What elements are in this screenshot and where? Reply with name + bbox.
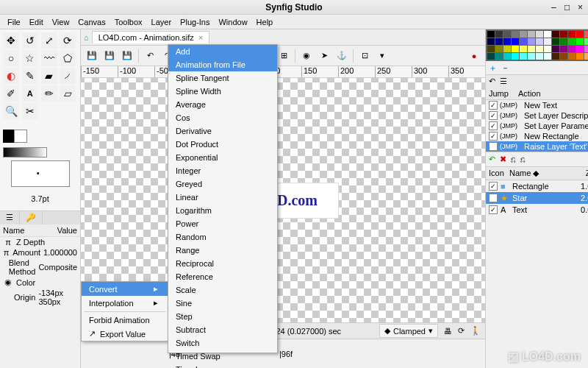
- text-tool[interactable]: A: [22, 85, 38, 102]
- remove-color-icon[interactable]: －: [501, 63, 509, 74]
- palette-cell[interactable]: [503, 31, 511, 38]
- palette-cell[interactable]: [552, 38, 559, 45]
- ctx-item[interactable]: Reference: [168, 270, 277, 283]
- ctx-item[interactable]: Time Loop: [168, 363, 277, 368]
- cutout-tool[interactable]: ✂: [22, 103, 38, 119]
- ctx-item[interactable]: Power: [168, 217, 277, 230]
- palette-cell[interactable]: [568, 31, 576, 38]
- palette-cell[interactable]: [552, 46, 559, 52]
- ctx-item[interactable]: Convert: [82, 282, 168, 296]
- history-row[interactable]: ✓(JMP)Set Layer Parameter (Text):Origin: [486, 121, 588, 131]
- ctx-item[interactable]: Random: [168, 230, 277, 244]
- ctx-item[interactable]: ↗Export Value: [82, 327, 168, 341]
- palette-cell[interactable]: [576, 46, 584, 52]
- palette-cell[interactable]: [528, 46, 535, 52]
- menu-canvas[interactable]: Canvas: [74, 16, 110, 28]
- palette-cell[interactable]: [495, 46, 503, 52]
- gradient-tool[interactable]: ◐: [3, 68, 19, 84]
- palette-cell[interactable]: [528, 53, 535, 60]
- fill-tool[interactable]: ▰: [41, 68, 57, 84]
- pointer-button[interactable]: ➤: [316, 48, 332, 64]
- ctx-item[interactable]: Interpolation: [82, 296, 168, 310]
- palette-cell[interactable]: [584, 38, 588, 45]
- palette-cell[interactable]: [536, 38, 543, 45]
- ctx-item[interactable]: Subtract: [168, 323, 277, 336]
- palette-cell[interactable]: [576, 38, 584, 45]
- history-tab-icon-2[interactable]: ☰: [500, 77, 507, 86]
- param-row[interactable]: πZ Depth: [0, 237, 80, 247]
- ctx-item[interactable]: Spline Width: [168, 85, 277, 98]
- ctx-item[interactable]: Reciprocal: [168, 257, 277, 270]
- scale-tool[interactable]: ⤢: [41, 32, 57, 49]
- palette-cell[interactable]: [503, 38, 511, 45]
- ctx-item[interactable]: Dot Product: [168, 138, 277, 151]
- anchor-button[interactable]: ⚓: [334, 48, 350, 64]
- palette-cell[interactable]: [487, 46, 495, 52]
- palette-cell[interactable]: [576, 31, 584, 38]
- layer-row[interactable]: ✓★Star2.000000: [486, 192, 588, 204]
- ctx-item[interactable]: Scale: [168, 283, 277, 297]
- palette-cell[interactable]: [487, 38, 495, 45]
- record-button[interactable]: ●: [466, 48, 482, 64]
- palette-cell[interactable]: [512, 46, 519, 52]
- palette-cell[interactable]: [528, 38, 535, 45]
- refresh-icon[interactable]: ⟳: [458, 326, 465, 336]
- palette-cell[interactable]: [495, 31, 503, 38]
- zoom-tool[interactable]: 🔍: [3, 103, 19, 119]
- background-color[interactable]: [14, 130, 27, 143]
- palette-cell[interactable]: [495, 38, 503, 45]
- param-row[interactable]: ◉Color: [0, 277, 80, 288]
- brush-tool[interactable]: ✐: [3, 85, 19, 102]
- rotate-tool[interactable]: ⟳: [60, 32, 76, 49]
- walk-icon[interactable]: 🚶: [470, 326, 481, 336]
- sketch-tool[interactable]: ✏: [41, 85, 57, 102]
- palette-cell[interactable]: [544, 53, 551, 60]
- palette-cell[interactable]: [568, 46, 576, 52]
- palette-cell[interactable]: [520, 38, 527, 45]
- palette-cell[interactable]: [560, 38, 567, 45]
- palette-cell[interactable]: [560, 31, 567, 38]
- ctx-item[interactable]: Average: [168, 98, 277, 111]
- palette-cell[interactable]: [544, 31, 551, 38]
- palette-cell[interactable]: [487, 31, 495, 38]
- ctx-item[interactable]: Logarithm: [168, 204, 277, 217]
- ctx-item[interactable]: Derivative: [168, 124, 277, 138]
- ctx-item[interactable]: Forbid Animation: [82, 314, 168, 327]
- param-row[interactable]: Origin-134px 350px: [0, 288, 80, 307]
- history-row[interactable]: ✓(JMP)New Text: [486, 100, 588, 110]
- close-tab-icon[interactable]: ×: [198, 33, 203, 42]
- print-icon[interactable]: 🖶: [444, 327, 452, 336]
- ctx-item[interactable]: Greyed: [168, 177, 277, 191]
- ctx-item[interactable]: Switch: [168, 336, 277, 350]
- maximize-button[interactable]: □: [564, 4, 572, 11]
- minimize-button[interactable]: –: [551, 4, 559, 11]
- draw-tool[interactable]: ✎: [22, 68, 38, 84]
- clamp-dropdown[interactable]: ◆ Clamped ▾: [379, 324, 438, 338]
- handle-button[interactable]: ◉: [298, 48, 315, 64]
- palette-cell[interactable]: [536, 31, 543, 38]
- eyedrop-tool[interactable]: ⟋: [60, 68, 76, 84]
- add-color-icon[interactable]: ＋: [489, 63, 497, 74]
- ctx-item[interactable]: Timed Swap: [168, 350, 277, 363]
- context-submenu-convert-types[interactable]: AddAnimation from FileSpline TangentSpli…: [168, 44, 278, 353]
- snap-button[interactable]: ⊡: [356, 48, 373, 64]
- close-button[interactable]: ×: [578, 4, 585, 11]
- history-row[interactable]: ✓(JMP)Set Layer Description: 'Text' -> '…: [486, 110, 588, 121]
- more-button[interactable]: ▾: [374, 48, 390, 64]
- palette-cell[interactable]: [568, 53, 576, 60]
- palette-cell[interactable]: [552, 53, 559, 60]
- palette-cell[interactable]: [528, 31, 535, 38]
- palette-cell[interactable]: [560, 53, 567, 60]
- menu-view[interactable]: View: [48, 16, 74, 28]
- undo-hist-icon[interactable]: ↶: [489, 155, 495, 164]
- menu-help[interactable]: Help: [252, 16, 278, 28]
- palette-cell[interactable]: [520, 31, 527, 38]
- palette-cell[interactable]: [536, 46, 543, 52]
- palette-cell[interactable]: [560, 46, 567, 52]
- ctx-item[interactable]: Cos: [168, 111, 277, 124]
- ctx-item[interactable]: Add: [168, 45, 277, 58]
- menu-layer[interactable]: Layer: [147, 16, 176, 28]
- context-menu-convert[interactable]: ConvertInterpolationForbid Animation↗Exp…: [81, 281, 169, 342]
- menu-plug-ins[interactable]: Plug-Ins: [176, 16, 214, 28]
- color-palette[interactable]: [486, 29, 588, 61]
